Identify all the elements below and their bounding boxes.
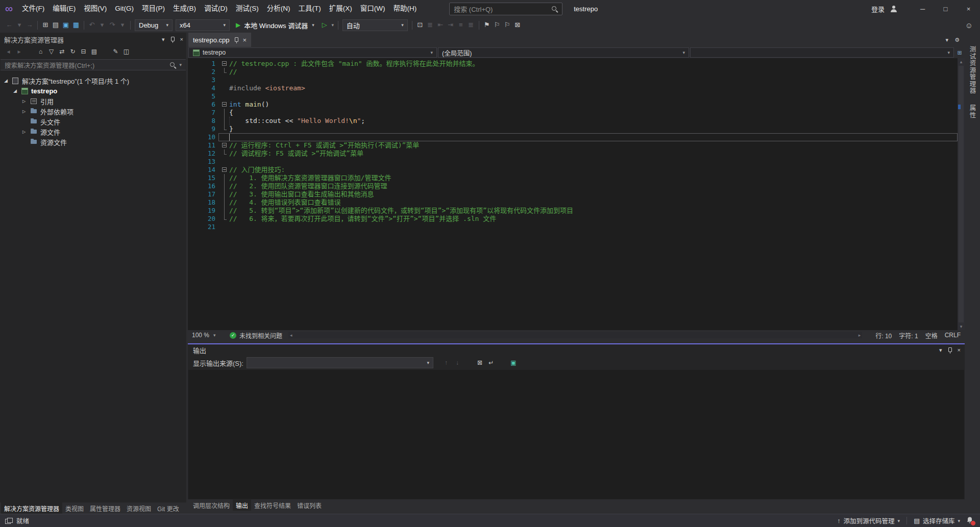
explorer-back-icon[interactable]: ◂ [3, 45, 14, 58]
eol-indicator[interactable]: CRLF [945, 332, 961, 339]
redo-icon[interactable]: ↷ [107, 17, 117, 33]
attach-target-dropdown[interactable]: 自动 ▾ [342, 19, 408, 31]
menu-view[interactable]: 视图(V) [80, 0, 111, 17]
hot-reload-icon[interactable]: ⊡ [415, 17, 425, 33]
scroll-left-icon[interactable]: ◂ [290, 333, 292, 338]
add-to-source-control-button[interactable]: ↑ 添加到源代码管理 ▾ [837, 516, 900, 525]
indent-decrease-icon[interactable]: ⇤ [435, 17, 446, 33]
code-line-body[interactable]: // 1. 使用解决方案资源管理器窗口添加/管理文件 [218, 174, 958, 182]
clear-bookmarks-icon[interactable]: ⊠ [512, 17, 523, 33]
navigate-forward-icon[interactable]: → [24, 17, 35, 33]
tree-item-references[interactable]: 引用 [0, 96, 186, 106]
uncomment-icon[interactable]: ≣ [466, 17, 476, 33]
code-line[interactable]: 6int main() [188, 101, 958, 109]
code-line-body[interactable]: // 2. 使用团队资源管理器窗口连接到源代码管理 [218, 182, 958, 190]
code-line[interactable]: 9} [188, 125, 958, 133]
code-line[interactable]: 7{ [188, 109, 958, 117]
tree-item-source-files[interactable]: 源文件 [0, 127, 186, 137]
scroll-right-icon[interactable]: ▸ [859, 333, 861, 338]
new-project-icon[interactable]: ⊞ [40, 17, 51, 33]
solution-configuration-dropdown[interactable]: Debug ▾ [135, 19, 173, 31]
code-line-body[interactable]: { [218, 109, 958, 117]
auto-scroll-icon[interactable]: ▣ [509, 356, 518, 369]
next-bookmark-icon[interactable]: ⚐ [502, 17, 512, 33]
tab-error-list[interactable]: 错误列表 [294, 499, 325, 511]
tree-expander-icon[interactable] [22, 129, 30, 134]
tab-properties[interactable]: 属性 [968, 105, 977, 118]
toggle-word-wrap-icon[interactable]: ↵ [486, 356, 496, 369]
document-health-indicator[interactable]: ✓ 未找到相关问题 [230, 331, 282, 340]
code-line-body[interactable]: // 3. 使用输出窗口查看生成输出和其他消息 [218, 190, 958, 198]
scroll-down-icon[interactable]: ▾ [958, 323, 965, 330]
horizontal-scrollbar[interactable]: ◂ ▸ [288, 332, 862, 338]
tree-expander-icon[interactable] [4, 78, 12, 83]
scroll-up-icon[interactable]: ▴ [958, 58, 965, 65]
undo-icon[interactable]: ↶ [87, 17, 97, 33]
sign-in-button[interactable]: 登录 [871, 4, 885, 14]
code-line[interactable]: 3 [188, 76, 958, 84]
tab-class-view[interactable]: 类视图 [62, 503, 87, 514]
code-line[interactable]: 2// [188, 68, 958, 76]
menu-build[interactable]: 生成(B) [169, 0, 200, 17]
code-editor-area[interactable]: 1// testrepo.cpp : 此文件包含 "main" 函数。程序执行将… [188, 58, 965, 330]
menu-git[interactable]: Git(G) [111, 0, 138, 17]
split-editor-icon[interactable]: ⊞ [955, 49, 964, 56]
output-source-dropdown[interactable]: ▾ [247, 357, 433, 368]
code-line[interactable]: 5 [188, 92, 958, 101]
tab-solution-explorer[interactable]: 解决方案资源管理器 [1, 503, 62, 514]
close-tab-icon[interactable]: × [243, 36, 247, 44]
code-line[interactable]: 13 [188, 158, 958, 166]
code-line-body[interactable] [218, 223, 958, 231]
user-account-icon[interactable] [890, 5, 898, 13]
refresh-icon[interactable]: ↻ [67, 45, 78, 58]
goto-next-message-icon[interactable]: ↓ [453, 356, 462, 369]
code-line-body[interactable]: // [218, 68, 958, 76]
code-line[interactable]: 19// 5. 转到“项目”>“添加新项”以创建新的代码文件，或转到“项目”>“… [188, 207, 958, 215]
quick-search-input[interactable]: 搜索 (Ctrl+Q) [449, 3, 562, 15]
tree-item-resource-files[interactable]: 资源文件 [0, 137, 186, 147]
comment-icon[interactable]: ≡ [456, 17, 466, 33]
navigate-back-caret-icon[interactable]: ▾ [14, 17, 24, 33]
code-line[interactable]: 18// 4. 使用错误列表窗口查看错误 [188, 198, 958, 207]
tree-expander-icon[interactable] [13, 88, 21, 93]
type-scope-dropdown[interactable]: (全局范围) ▾ [438, 47, 689, 58]
code-line[interactable]: 20// 6. 将来，若要再次打开此项目，请转到“文件”>“打开”>“项目”并选… [188, 215, 958, 223]
start-debugging-button[interactable]: ▶ 本地 Windows 调试器 ▾ [231, 19, 319, 31]
code-line-body[interactable]: int main() [218, 101, 958, 109]
home-icon[interactable]: ⌂ [35, 45, 46, 58]
code-line-body[interactable]: // 4. 使用错误列表窗口查看错误 [218, 198, 958, 207]
undo-caret-icon[interactable]: ▾ [97, 17, 107, 33]
background-tasks-icon[interactable] [5, 518, 12, 524]
close-panel-icon[interactable]: × [180, 36, 183, 43]
feedback-icon[interactable]: ☺ [965, 21, 976, 30]
indent-increase-icon[interactable]: ⇥ [446, 17, 456, 33]
start-without-debugging-icon[interactable]: ▷ [319, 17, 330, 33]
minimize-button[interactable]: ─ [911, 0, 934, 17]
code-line-body[interactable] [218, 92, 958, 101]
settings-gear-icon[interactable]: ⚙ [954, 37, 960, 43]
show-all-files-icon[interactable]: ▤ [89, 45, 100, 58]
code-line[interactable]: 14// 入门使用技巧: [188, 166, 958, 174]
pin-tab-icon[interactable] [233, 37, 239, 43]
code-line[interactable]: 12// 调试程序: F5 或调试 >“开始调试”菜单 [188, 149, 958, 158]
tab-call-hierarchy[interactable]: 调用层次结构 [190, 499, 233, 511]
fold-toggle-icon[interactable] [220, 141, 229, 149]
toggle-bookmark-icon[interactable]: ⚑ [482, 17, 492, 33]
previous-bookmark-icon[interactable]: ⚐ [492, 17, 502, 33]
explorer-forward-icon[interactable]: ▸ [14, 45, 24, 58]
clear-all-icon[interactable]: ⊠ [475, 356, 484, 369]
tree-item-project-testrepo[interactable]: testrepo [0, 86, 186, 96]
filter-icon[interactable]: ▽ [46, 45, 57, 58]
member-scope-dropdown[interactable]: ▾ [690, 47, 954, 58]
tree-item-header-files[interactable]: 头文件 [0, 116, 186, 127]
code-line-body[interactable]: // 入门使用技巧: [218, 166, 958, 174]
vertical-scrollbar[interactable]: ▴ ▾ [958, 58, 965, 330]
tab-testrepo-cpp[interactable]: testrepo.cpp × [188, 33, 251, 47]
code-line[interactable]: 4#include <iostream> [188, 84, 958, 92]
pin-icon[interactable] [169, 36, 176, 43]
code-line-body[interactable] [218, 158, 958, 166]
code-line-body[interactable]: #include <iostream> [218, 84, 958, 92]
tab-resource-view[interactable]: 资源视图 [124, 503, 154, 514]
code-editor[interactable]: 1// testrepo.cpp : 此文件包含 "main" 函数。程序执行将… [188, 60, 958, 231]
code-line-body[interactable]: // 运行程序: Ctrl + F5 或调试 >“开始执行(不调试)”菜单 [218, 141, 958, 149]
